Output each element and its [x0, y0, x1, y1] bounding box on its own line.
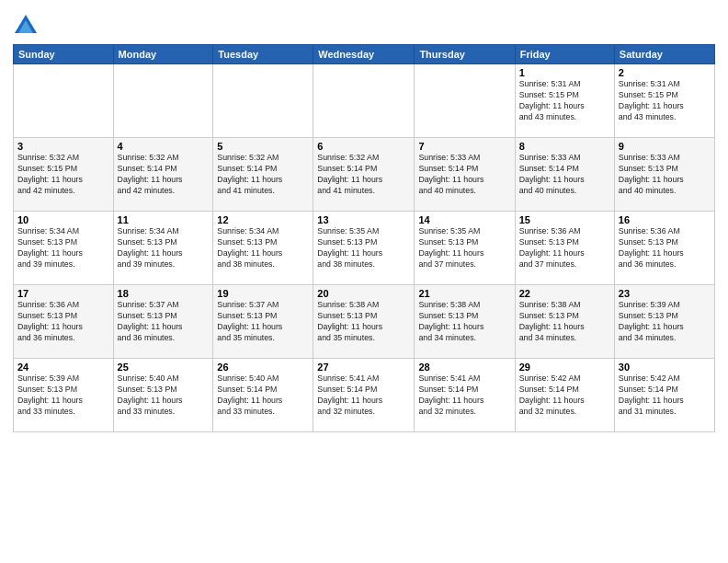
calendar-cell: 22Sunrise: 5:38 AM Sunset: 5:13 PM Dayli…: [515, 285, 614, 359]
day-number: 21: [418, 288, 510, 299]
calendar-cell: [415, 64, 515, 138]
day-info: Sunrise: 5:35 AM Sunset: 5:13 PM Dayligh…: [317, 226, 410, 270]
day-info: Sunrise: 5:31 AM Sunset: 5:15 PM Dayligh…: [519, 79, 610, 123]
calendar-cell: 20Sunrise: 5:38 AM Sunset: 5:13 PM Dayli…: [313, 285, 415, 359]
day-number: 4: [118, 141, 210, 152]
day-number: 1: [519, 67, 610, 78]
weekday-header-wednesday: Wednesday: [313, 45, 415, 64]
day-number: 23: [619, 288, 711, 299]
day-number: 19: [217, 288, 309, 299]
weekday-header-monday: Monday: [113, 45, 213, 64]
calendar-cell: 6Sunrise: 5:32 AM Sunset: 5:14 PM Daylig…: [313, 138, 415, 212]
calendar-cell: 23Sunrise: 5:39 AM Sunset: 5:13 PM Dayli…: [614, 285, 714, 359]
day-number: 3: [17, 141, 109, 152]
day-info: Sunrise: 5:38 AM Sunset: 5:13 PM Dayligh…: [418, 300, 510, 344]
day-number: 29: [519, 362, 610, 373]
calendar-table: SundayMondayTuesdayWednesdayThursdayFrid…: [13, 44, 715, 432]
calendar-cell: 16Sunrise: 5:36 AM Sunset: 5:13 PM Dayli…: [614, 212, 714, 285]
calendar-cell: 3Sunrise: 5:32 AM Sunset: 5:15 PM Daylig…: [14, 138, 114, 212]
day-info: Sunrise: 5:38 AM Sunset: 5:13 PM Dayligh…: [317, 300, 410, 344]
day-info: Sunrise: 5:32 AM Sunset: 5:15 PM Dayligh…: [17, 153, 109, 197]
calendar-cell: 15Sunrise: 5:36 AM Sunset: 5:13 PM Dayli…: [515, 212, 614, 285]
calendar-cell: 25Sunrise: 5:40 AM Sunset: 5:13 PM Dayli…: [113, 359, 213, 432]
day-number: 5: [217, 141, 309, 152]
weekday-header-thursday: Thursday: [415, 45, 515, 64]
calendar-cell: 14Sunrise: 5:35 AM Sunset: 5:13 PM Dayli…: [415, 212, 515, 285]
calendar-cell: [313, 64, 415, 138]
day-number: 2: [619, 67, 711, 78]
header: [13, 9, 715, 39]
day-number: 22: [519, 288, 610, 299]
logo: [13, 13, 42, 39]
day-number: 30: [619, 362, 711, 373]
day-number: 9: [619, 141, 711, 152]
calendar-week-4: 17Sunrise: 5:36 AM Sunset: 5:13 PM Dayli…: [14, 285, 715, 359]
day-number: 8: [519, 141, 610, 152]
weekday-header-sunday: Sunday: [14, 45, 114, 64]
day-number: 15: [519, 214, 610, 225]
day-number: 16: [619, 214, 711, 225]
day-info: Sunrise: 5:33 AM Sunset: 5:14 PM Dayligh…: [519, 153, 610, 197]
day-info: Sunrise: 5:33 AM Sunset: 5:14 PM Dayligh…: [418, 153, 510, 197]
day-info: Sunrise: 5:39 AM Sunset: 5:13 PM Dayligh…: [619, 300, 711, 344]
day-info: Sunrise: 5:32 AM Sunset: 5:14 PM Dayligh…: [118, 153, 210, 197]
calendar-cell: 24Sunrise: 5:39 AM Sunset: 5:13 PM Dayli…: [14, 359, 114, 432]
day-info: Sunrise: 5:32 AM Sunset: 5:14 PM Dayligh…: [317, 153, 410, 197]
day-number: 14: [418, 214, 510, 225]
weekday-header-tuesday: Tuesday: [213, 45, 313, 64]
weekday-header-friday: Friday: [515, 45, 614, 64]
calendar-cell: 17Sunrise: 5:36 AM Sunset: 5:13 PM Dayli…: [14, 285, 114, 359]
calendar-cell: 9Sunrise: 5:33 AM Sunset: 5:13 PM Daylig…: [614, 138, 714, 212]
calendar-cell: 7Sunrise: 5:33 AM Sunset: 5:14 PM Daylig…: [415, 138, 515, 212]
weekday-header-saturday: Saturday: [614, 45, 714, 64]
day-info: Sunrise: 5:41 AM Sunset: 5:14 PM Dayligh…: [317, 373, 410, 418]
calendar-cell: 29Sunrise: 5:42 AM Sunset: 5:14 PM Dayli…: [515, 359, 614, 432]
day-info: Sunrise: 5:35 AM Sunset: 5:13 PM Dayligh…: [418, 226, 510, 270]
calendar-cell: 12Sunrise: 5:34 AM Sunset: 5:13 PM Dayli…: [213, 212, 313, 285]
calendar-cell: 18Sunrise: 5:37 AM Sunset: 5:13 PM Dayli…: [113, 285, 213, 359]
day-number: 20: [317, 288, 410, 299]
day-number: 6: [317, 141, 410, 152]
day-number: 13: [317, 214, 410, 225]
day-info: Sunrise: 5:42 AM Sunset: 5:14 PM Dayligh…: [519, 373, 610, 418]
calendar-cell: 11Sunrise: 5:34 AM Sunset: 5:13 PM Dayli…: [113, 212, 213, 285]
calendar-cell: 1Sunrise: 5:31 AM Sunset: 5:15 PM Daylig…: [515, 64, 614, 138]
day-number: 26: [217, 362, 309, 373]
day-info: Sunrise: 5:36 AM Sunset: 5:13 PM Dayligh…: [619, 226, 711, 270]
day-info: Sunrise: 5:41 AM Sunset: 5:14 PM Dayligh…: [418, 373, 510, 418]
calendar-cell: [14, 64, 114, 138]
calendar-cell: 30Sunrise: 5:42 AM Sunset: 5:14 PM Dayli…: [614, 359, 714, 432]
day-info: Sunrise: 5:32 AM Sunset: 5:14 PM Dayligh…: [217, 153, 309, 197]
calendar-week-3: 10Sunrise: 5:34 AM Sunset: 5:13 PM Dayli…: [14, 212, 715, 285]
calendar-cell: [113, 64, 213, 138]
day-number: 27: [317, 362, 410, 373]
day-number: 24: [17, 362, 109, 373]
day-info: Sunrise: 5:37 AM Sunset: 5:13 PM Dayligh…: [118, 300, 210, 344]
calendar-cell: 27Sunrise: 5:41 AM Sunset: 5:14 PM Dayli…: [313, 359, 415, 432]
calendar-cell: 2Sunrise: 5:31 AM Sunset: 5:15 PM Daylig…: [614, 64, 714, 138]
day-info: Sunrise: 5:40 AM Sunset: 5:14 PM Dayligh…: [217, 373, 309, 418]
page: SundayMondayTuesdayWednesdayThursdayFrid…: [0, 0, 728, 563]
day-info: Sunrise: 5:38 AM Sunset: 5:13 PM Dayligh…: [519, 300, 610, 344]
day-number: 18: [118, 288, 210, 299]
day-info: Sunrise: 5:36 AM Sunset: 5:13 PM Dayligh…: [519, 226, 610, 270]
calendar-week-5: 24Sunrise: 5:39 AM Sunset: 5:13 PM Dayli…: [14, 359, 715, 432]
day-info: Sunrise: 5:34 AM Sunset: 5:13 PM Dayligh…: [17, 226, 109, 270]
calendar-cell: 19Sunrise: 5:37 AM Sunset: 5:13 PM Dayli…: [213, 285, 313, 359]
day-info: Sunrise: 5:39 AM Sunset: 5:13 PM Dayligh…: [17, 373, 109, 418]
calendar-cell: 10Sunrise: 5:34 AM Sunset: 5:13 PM Dayli…: [14, 212, 114, 285]
calendar-cell: 26Sunrise: 5:40 AM Sunset: 5:14 PM Dayli…: [213, 359, 313, 432]
calendar-cell: 5Sunrise: 5:32 AM Sunset: 5:14 PM Daylig…: [213, 138, 313, 212]
calendar-cell: 8Sunrise: 5:33 AM Sunset: 5:14 PM Daylig…: [515, 138, 614, 212]
day-number: 12: [217, 214, 309, 225]
day-info: Sunrise: 5:34 AM Sunset: 5:13 PM Dayligh…: [217, 226, 309, 270]
day-info: Sunrise: 5:31 AM Sunset: 5:15 PM Dayligh…: [619, 79, 711, 123]
calendar-cell: 28Sunrise: 5:41 AM Sunset: 5:14 PM Dayli…: [415, 359, 515, 432]
calendar-week-1: 1Sunrise: 5:31 AM Sunset: 5:15 PM Daylig…: [14, 64, 715, 138]
calendar-cell: 21Sunrise: 5:38 AM Sunset: 5:13 PM Dayli…: [415, 285, 515, 359]
calendar-cell: 13Sunrise: 5:35 AM Sunset: 5:13 PM Dayli…: [313, 212, 415, 285]
day-number: 11: [118, 214, 210, 225]
calendar-header-row: SundayMondayTuesdayWednesdayThursdayFrid…: [14, 45, 715, 64]
day-info: Sunrise: 5:34 AM Sunset: 5:13 PM Dayligh…: [118, 226, 210, 270]
day-info: Sunrise: 5:33 AM Sunset: 5:13 PM Dayligh…: [619, 153, 711, 197]
